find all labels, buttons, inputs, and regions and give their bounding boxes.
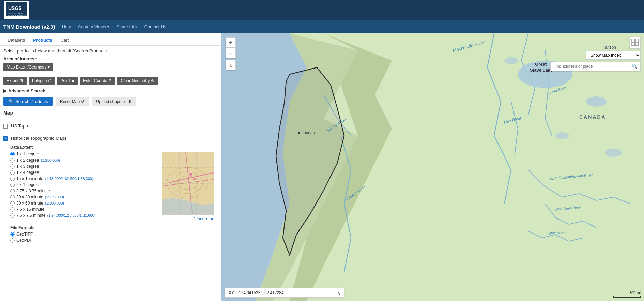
tab-bar: Datasets Products Cart [0,33,221,46]
usgs-logo[interactable]: USGS science for a changing world [4,1,31,19]
action-row: 🔍 Search Products Reset Map ↺ Upload sha… [3,97,218,106]
extent-7.5x15[interactable]: 7.5 x 15 minute [10,207,95,212]
extent-1x1[interactable]: 1 x 1 degree [10,152,95,156]
extent-radio-list: 1 x 1 degree 1 x 2 degree (1:250,000) 1 [10,152,95,221]
scale-bar-line [613,296,641,298]
nav-contact-us[interactable]: Contact Us [144,24,166,29]
product-historical-topo: ✓ Historical Topographic Maps Data Exten… [3,132,218,245]
data-extent-label: Data Extent [10,145,218,150]
historical-topo-label: Historical Topographic Maps [11,136,66,141]
coords-icon: ⊞ [108,78,112,83]
extent-30x30[interactable]: 30 x 30 minute (1:125,000) [10,195,95,199]
svg-point-20 [586,96,607,107]
nav-share-link[interactable]: Share Link [116,24,137,29]
extent-15x15[interactable]: 15 x 15 minute (1:48,000/1:62,500/1:63,3… [10,176,95,181]
tool-buttons: Extent ⊞ Polygon ⬡ Point ◆ Enter Coords … [3,77,218,85]
tab-cart[interactable]: Cart [57,35,73,45]
coords-expand-button[interactable]: ∧ [337,290,340,296]
extent-1x2[interactable]: 1 x 2 degree (1:250,000) [10,158,95,163]
us-topo-checkbox[interactable] [3,124,8,129]
usgs-name-box: USGS science for a changing world [4,1,29,19]
app-title: TNM Download (v2.0) [3,24,55,30]
geometry-dropdown-button[interactable]: Map Extent/Geometry ▾ [3,63,53,71]
file-formats-label: File Formats [10,225,218,230]
left-panel: Datasets Products Cart Select products b… [0,33,221,301]
products-list: US Topo ✓ Historical Topographic Maps Da… [3,120,218,245]
chevron-down-icon: ▾ [107,24,109,29]
advanced-search-toggle[interactable]: ▶ Advanced Search [3,88,218,93]
upload-icon: ⬆ [128,99,132,104]
map-svg: Mackenzie River Great Slave Lake Taltson… [221,33,644,301]
clear-icon: ⊗ [151,78,154,83]
point-button[interactable]: Point ◆ [57,77,77,85]
extent-3.75x3.75[interactable]: 3.75 x 3.75 minute [10,189,95,193]
extent-2x1[interactable]: 2 x 1 degree [10,182,95,187]
map-area[interactable]: Mackenzie River Great Slave Lake Taltson… [221,33,644,301]
map-preview-thumbnail [162,152,214,215]
svg-text:USGS: USGS [8,5,22,11]
description-link[interactable]: Description [192,216,214,221]
format-geopdf[interactable]: GeoPDF [10,238,218,243]
svg-point-12 [193,178,195,180]
historical-topo-checkbox[interactable]: ✓ [3,136,8,141]
historical-topo-expanded: Data Extent 1 x 1 degree 1 x 2 degree [10,145,218,243]
point-icon: ◆ [71,78,74,83]
svg-text:CANADA: CANADA [579,114,606,120]
find-address-container: 🔍 [550,62,641,71]
find-address-search-button[interactable]: 🔍 [629,62,640,71]
polygon-button[interactable]: Polygon ⬡ [29,77,55,85]
svg-rect-40 [632,43,635,46]
grid-icon-area [630,37,641,49]
svg-rect-38 [632,39,635,42]
file-formats-section: File Formats GeoTIFF GeoPDF [10,225,218,243]
data-extent-section: 1 x 1 degree 1 x 2 degree (1:250,000) 1 [10,152,218,221]
svg-point-11 [189,173,192,176]
header: USGS science for a changing world [0,0,644,20]
zoom-in-button[interactable]: + [226,37,236,48]
svg-point-21 [555,132,569,139]
area-of-interest-label: Area of Interest: [3,56,218,61]
svg-text:changing world: changing world [8,14,26,16]
show-map-index-select[interactable]: Show Map Index Hide Map Index [586,51,641,60]
format-geotiff[interactable]: GeoTIFF [10,232,218,237]
home-button[interactable]: ⌂ [226,60,236,70]
product-us-topo: US Topo [3,120,218,132]
extent-button[interactable]: Extent ⊞ [3,77,27,85]
enter-coords-button[interactable]: Enter Coords ⊞ [80,77,116,85]
find-address-input[interactable] [551,62,629,71]
svg-text:Juneau: Juneau [302,130,315,135]
triangle-icon: ▶ [3,88,7,93]
extent-30x60[interactable]: 30 x 60 minute (1:100,000) [10,201,95,206]
polygon-icon: ⬡ [48,78,51,83]
map-controls: + − ⌂ [226,37,236,70]
tab-datasets[interactable]: Datasets [3,35,29,45]
panel-content: Select products below and then hit "Sear… [0,46,221,301]
product-us-topo-header[interactable]: US Topo [3,122,218,130]
svg-point-37 [298,132,300,134]
thumbnail-area: Description [162,152,214,221]
navbar: TNM Download (v2.0) Help Custom Views ▾ … [0,20,644,33]
xy-label: XY [229,290,234,295]
tab-products[interactable]: Products [29,35,56,45]
us-topo-label: US Topo [11,123,28,129]
svg-rect-39 [635,39,639,42]
nav-custom-views[interactable]: Custom Views ▾ [78,24,109,29]
reset-map-button[interactable]: Reset Map ↺ [56,97,89,106]
zoom-out-button[interactable]: − [226,48,236,58]
coordinates-bar: XY -124.041533°, 52.417284° ∧ [225,288,344,298]
upload-shapefile-button[interactable]: Upload shapefile ⬆ [92,97,136,106]
svg-text:Great: Great [535,62,547,67]
nav-help[interactable]: Help [62,24,71,29]
select-message: Select products below and then hit "Sear… [3,48,218,54]
map-top-right-controls: Show Map Index Hide Map Index 🔍 [550,37,641,71]
product-historical-topo-header[interactable]: ✓ Historical Topographic Maps [3,134,218,142]
svg-point-22 [605,149,622,157]
svg-text:Slave Lake: Slave Lake [530,67,553,73]
extent-7.5x7.5[interactable]: 7.5 x 7.5 minute (1:24,000/1:25,000/1:31… [10,213,95,218]
svg-text:science for a: science for a [8,12,23,14]
extent-1x4[interactable]: 1 x 4 degree [10,170,95,175]
scale-bar: 300 mi [613,291,641,298]
clear-geometry-button[interactable]: Clear Geometry ⊗ [117,77,158,85]
extent-1x3[interactable]: 1 x 3 degree [10,164,95,169]
search-products-button[interactable]: 🔍 Search Products [3,97,53,106]
